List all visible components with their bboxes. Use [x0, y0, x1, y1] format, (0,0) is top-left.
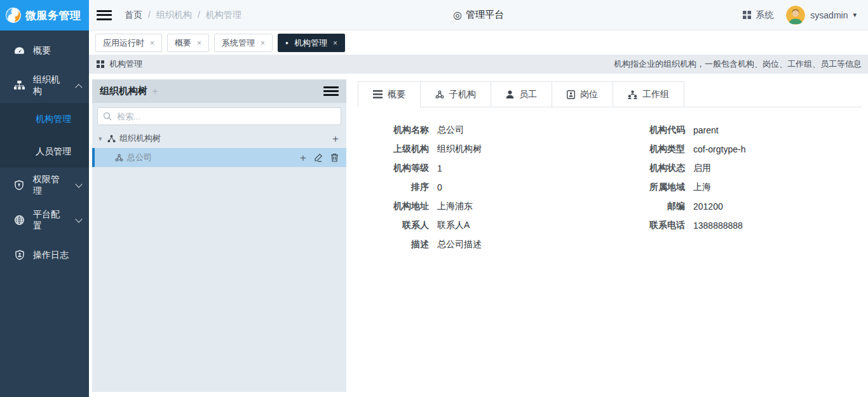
- sidebar-item-overview[interactable]: 概要: [0, 33, 89, 68]
- sidebar-item-operation-log[interactable]: 操作日志: [0, 238, 89, 273]
- field-value: 上海浦东: [437, 201, 473, 212]
- fields-left-column: 机构名称 总公司 上级机构 组织机构树 机构等级 1 排序 0: [358, 121, 609, 254]
- detail-tab-employees[interactable]: 员工: [491, 81, 552, 107]
- tree-root-actions: +: [332, 133, 339, 144]
- field-label: 所属地域: [609, 182, 685, 193]
- field-row: 邮编 201200: [609, 197, 862, 216]
- add-root-button[interactable]: +: [152, 85, 158, 98]
- breadcrumb-home[interactable]: 首页: [125, 10, 142, 21]
- org-node-icon: [115, 154, 123, 162]
- field-value: parent: [693, 125, 719, 135]
- sidebar-item-organization[interactable]: 组织机构: [0, 68, 89, 103]
- breadcrumb-organization[interactable]: 组织机构: [156, 10, 192, 21]
- system-label: 系统: [756, 10, 773, 21]
- logo-text: 微服务管理: [25, 8, 81, 23]
- search-icon: [103, 112, 112, 121]
- sidebar-item-platform-config[interactable]: 平台配置: [0, 203, 89, 238]
- sidebar-item-permissions[interactable]: 权限管理: [0, 168, 89, 203]
- sidebar-item-label: 人员管理: [36, 146, 71, 158]
- eye-icon: ◎: [453, 9, 462, 21]
- sidebar-item-label: 权限管理: [33, 174, 68, 197]
- shield-icon: [14, 180, 25, 191]
- field-label: 上级机构: [358, 144, 429, 155]
- page-tab-app-runtime[interactable]: 应用运行时 ×: [95, 34, 162, 52]
- field-value: 总公司: [437, 124, 464, 136]
- field-label: 机构状态: [609, 163, 685, 174]
- platform-title: ◎ 管理平台: [453, 9, 504, 21]
- sidebar-item-label: 机构管理: [36, 114, 71, 125]
- page-tab-label: 系统管理: [222, 37, 255, 49]
- breadcrumb-separator: /: [198, 10, 200, 21]
- detail-tab-sub-orgs[interactable]: 子机构: [420, 81, 491, 107]
- page-tab-label: 机构管理: [294, 37, 327, 49]
- field-value: 1: [437, 163, 442, 173]
- page-tab-label: 概要: [175, 37, 191, 49]
- field-value: 启用: [693, 163, 711, 174]
- logo-swirl-icon: [5, 7, 22, 24]
- field-value: 联系人A: [437, 220, 470, 231]
- sidebar-item-org-management[interactable]: 机构管理: [0, 103, 89, 135]
- top-navbar: 首页 / 组织机构 / 机构管理 ◎ 管理平台 系统: [89, 0, 868, 30]
- content: 组织机构树 + ▾ 组织机构树 +: [89, 74, 868, 397]
- detail-tab-positions[interactable]: 岗位: [552, 81, 613, 107]
- active-dot-icon: ●: [285, 41, 288, 46]
- breadcrumb-org-management[interactable]: 机构管理: [206, 10, 241, 21]
- list-icon: [373, 90, 383, 98]
- avatar: [786, 6, 805, 25]
- sidebar-item-personnel-management[interactable]: 人员管理: [0, 135, 89, 168]
- field-value: 201200: [693, 201, 723, 212]
- close-icon[interactable]: ×: [333, 39, 337, 48]
- detail-fields: 机构名称 总公司 上级机构 组织机构树 机构等级 1 排序 0: [358, 107, 862, 254]
- sitemap-icon: [14, 80, 25, 91]
- username: sysadmin: [810, 10, 848, 20]
- field-label: 机构代码: [609, 124, 685, 136]
- field-value: cof-orgtype-h: [693, 144, 745, 154]
- chevron-down-icon: [75, 215, 82, 222]
- page-tab-overview[interactable]: 概要 ×: [167, 34, 209, 52]
- hamburger-menu-icon[interactable]: [97, 10, 112, 20]
- page-tab-org-management[interactable]: ● 机构管理 ×: [278, 34, 345, 52]
- field-label: 机构类型: [609, 144, 685, 155]
- main-area: 首页 / 组织机构 / 机构管理 ◎ 管理平台 系统: [89, 0, 868, 397]
- sidebar-item-label: 组织机构: [33, 74, 68, 97]
- section-hint: 机构指企业的组织机构，一般包含机构、岗位、工作组、员工等信息: [614, 58, 862, 70]
- user-menu-button[interactable]: sysadmin ▾: [786, 6, 857, 25]
- tree-node-row-selected[interactable]: 总公司 +: [92, 148, 346, 167]
- person-icon: [506, 90, 514, 99]
- app-logo[interactable]: 微服务管理: [0, 0, 89, 30]
- delete-trash-icon[interactable]: [330, 153, 339, 162]
- tree-node-label: 总公司: [127, 152, 152, 163]
- globe-gear-icon: [14, 215, 25, 225]
- sidebar-item-label: 平台配置: [33, 209, 68, 232]
- field-row: 机构地址 上海浦东: [358, 197, 609, 216]
- detail-tab-overview[interactable]: 概要: [358, 81, 421, 107]
- log-badge-icon: [14, 250, 25, 260]
- grid-icon: [97, 60, 104, 68]
- detail-tab-workgroups[interactable]: 工作组: [613, 81, 684, 107]
- add-node-button[interactable]: +: [332, 133, 339, 144]
- page-tab-system-management[interactable]: 系统管理 ×: [214, 34, 273, 52]
- tree-search-box: [92, 103, 346, 129]
- detail-tabs: 概要 子机构 员工 岗: [358, 81, 862, 107]
- tree-root-row[interactable]: ▾ 组织机构树 +: [92, 129, 346, 148]
- field-row: 描述 总公司描述: [358, 235, 609, 254]
- tree-menu-icon[interactable]: [323, 86, 339, 96]
- tree-node-actions: +: [300, 152, 339, 163]
- org-tree-title: 组织机构树: [100, 85, 147, 97]
- org-node-icon: [435, 90, 444, 99]
- field-row: 上级机构 组织机构树: [358, 140, 609, 159]
- add-child-button[interactable]: +: [300, 152, 306, 163]
- edit-pencil-icon[interactable]: [314, 153, 323, 162]
- sidebar-item-label: 概要: [33, 45, 51, 57]
- sidebar: 微服务管理 概要 组织机构 机构管理 人员管理: [0, 0, 89, 397]
- close-icon[interactable]: ×: [261, 39, 265, 48]
- field-label: 描述: [358, 239, 429, 250]
- search-input[interactable]: [97, 107, 341, 125]
- close-icon[interactable]: ×: [150, 39, 154, 48]
- breadcrumb-separator: /: [148, 10, 151, 21]
- system-menu-button[interactable]: 系统: [743, 10, 773, 21]
- tree-root-label: 组织机构树: [119, 133, 161, 144]
- tree-expand-caret-icon[interactable]: ▾: [98, 135, 107, 143]
- page-tab-label: 应用运行时: [103, 37, 144, 49]
- close-icon[interactable]: ×: [197, 39, 201, 48]
